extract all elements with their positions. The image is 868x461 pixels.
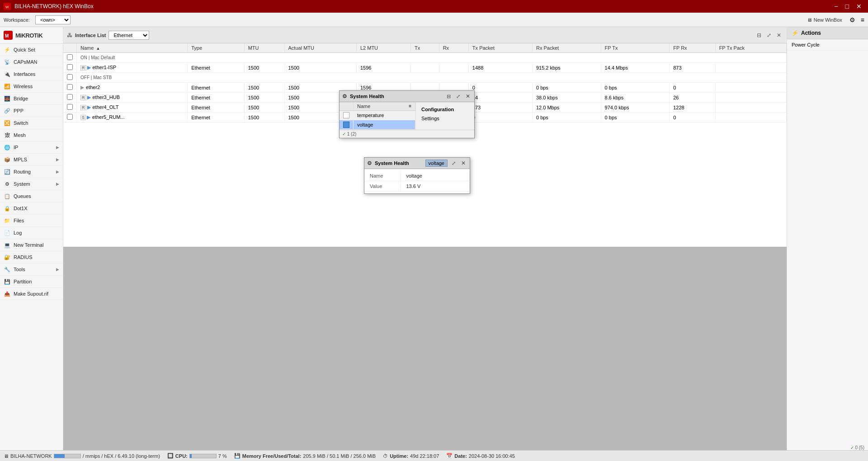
row-checkbox[interactable]: [63, 53, 77, 63]
sidebar-item-new-terminal[interactable]: 💻 New Terminal: [0, 239, 63, 251]
system-health-window: ⚙ System Health ⊟ ⤢ ✕ Name: [339, 90, 475, 138]
row-checkbox[interactable]: [63, 83, 77, 93]
new-winbox-button[interactable]: 🖥 New WinBox: [807, 17, 842, 23]
col-menu-button[interactable]: ≡: [409, 103, 411, 108]
sidebar-item-bridge[interactable]: 🌉 Bridge: [0, 93, 63, 105]
workspace-dropdown[interactable]: <own>: [35, 15, 71, 24]
sidebar-item-partition[interactable]: 💾 Partition: [0, 276, 63, 288]
system-health-close-button[interactable]: ✕: [464, 93, 472, 100]
iface-rx-packet: 38.0 kbps: [532, 93, 601, 103]
sidebar-item-radius[interactable]: 🔐 RADIUS: [0, 251, 63, 263]
restore-button[interactable]: □: [843, 2, 852, 11]
system-health-table: Name ≡ temperature: [340, 102, 415, 130]
iface-fp-tx: 0 bps: [601, 113, 670, 122]
sidebar-item-capsman[interactable]: 📡 CAPsMAN: [0, 56, 63, 68]
iface-name: R▶ether3_HUB: [77, 93, 188, 103]
sidebar-item-wireless[interactable]: 📶 Wireless: [0, 80, 63, 93]
sidebar-item-dot1x[interactable]: 🔒 Dot1X: [0, 202, 63, 215]
sidebar-item-routing[interactable]: 🔄 Routing ▶: [0, 166, 63, 178]
iface-tx-packet: 0: [468, 113, 532, 122]
system-health-title: System Health: [350, 94, 443, 99]
queues-icon: 📋: [4, 193, 11, 200]
title-bar: W BILHA-NETWORK) hEX WinBox − □ ✕: [0, 0, 868, 13]
table-row[interactable]: ON | Mac Default: [63, 53, 787, 63]
cpu-item: 🔲 CPU: 7 %: [167, 453, 227, 459]
voltage-checkbox[interactable]: [343, 122, 349, 128]
hostname-label: BILHA-NETWORK: [10, 453, 52, 459]
iface-mtu: 1500: [244, 103, 284, 113]
name-col: Name ≡: [354, 102, 415, 111]
sidebar-item-files[interactable]: 📁 Files: [0, 215, 63, 227]
settings-item[interactable]: Settings: [419, 114, 472, 123]
system-icon: ⚙: [4, 180, 11, 188]
routing-icon: 🔄: [4, 168, 11, 175]
sidebar-item-ppp[interactable]: 🔗 PPP: [0, 105, 63, 117]
mikrotik-logo-text: MiKROTiK: [15, 32, 42, 39]
voltage-expand-button[interactable]: ⤢: [450, 160, 457, 167]
voltage-gear-icon: ⚙: [367, 160, 372, 166]
sidebar-logo: M MiKROTiK: [0, 27, 63, 44]
iface-tx: [411, 63, 439, 73]
interface-type-dropdown[interactable]: Ethernet: [108, 31, 149, 40]
sidebar-item-quick-set[interactable]: ⚡ Quick Set: [0, 44, 63, 56]
sidebar-item-ip[interactable]: 🌐 IP ▶: [0, 141, 63, 154]
row-checkbox[interactable]: [63, 63, 77, 73]
sidebar-item-switch[interactable]: 🔀 Switch: [0, 117, 63, 129]
expand-button[interactable]: ⤢: [765, 31, 773, 39]
system-health-footer: ✓ 1 (2): [340, 130, 474, 138]
table-row[interactable]: R▶ether1-ISP Ethernet 1500 1500 1596 148…: [63, 63, 787, 73]
iface-mtu: 1500: [244, 83, 284, 93]
interface-list-icon: 🖧: [67, 32, 72, 38]
table-row[interactable]: OFF | Mac STB: [63, 73, 787, 83]
system-health-filter-button[interactable]: ⊟: [445, 93, 452, 100]
temp-checkbox[interactable]: [343, 112, 349, 118]
health-row-temperature[interactable]: temperature: [340, 111, 415, 120]
count-text: 0 (5): [855, 445, 864, 450]
col-mtu: MTU: [244, 43, 284, 53]
sidebar-label-make-supout: Make Supout.rif: [14, 291, 48, 296]
system-chevron-icon: ▶: [56, 182, 59, 186]
sidebar-item-queues[interactable]: 📋 Queues: [0, 190, 63, 202]
sidebar-item-mesh[interactable]: 🕸 Mesh: [0, 129, 63, 141]
configuration-item[interactable]: Configuration: [419, 105, 472, 114]
settings-icon[interactable]: ⚙: [849, 16, 855, 24]
iface-mtu: 1500: [244, 93, 284, 103]
filter-button[interactable]: ⊟: [755, 31, 763, 39]
iface-actual-mtu: 1500: [284, 63, 356, 73]
voltage-detail-body: Name voltage Value 13.6 V: [364, 169, 470, 193]
app-icon: W: [4, 3, 11, 10]
sidebar-item-make-supout[interactable]: 📤 Make Supout.rif: [0, 288, 63, 300]
radius-icon: 🔐: [4, 254, 11, 261]
cpu-icon: 🔲: [167, 453, 174, 459]
health-row-voltage[interactable]: voltage: [340, 120, 415, 130]
log-icon: 📄: [4, 229, 11, 236]
row-checkbox[interactable]: [63, 113, 77, 122]
menu-icon[interactable]: ≡: [861, 16, 864, 24]
row-checkbox[interactable]: [63, 93, 77, 103]
sidebar-item-interfaces[interactable]: 🔌 Interfaces: [0, 68, 63, 80]
voltage-close-button[interactable]: ✕: [460, 160, 467, 167]
sidebar-item-mpls[interactable]: 📦 MPLS ▶: [0, 154, 63, 166]
workspace-label: Workspace:: [4, 17, 30, 23]
new-winbox-label: New WinBox: [814, 17, 842, 23]
memory-item: 💾 Memory Free/Used/Total: 205.9 MiB / 50…: [234, 453, 376, 459]
voltage-check-cell: [340, 120, 354, 130]
iface-fp-rx: 0: [670, 113, 715, 122]
interface-table-container: Name ▲ Type MTU Actual MTU L2 MTU Tx Rx …: [63, 43, 787, 247]
system-health-expand-button[interactable]: ⤢: [455, 93, 462, 100]
close-button[interactable]: ✕: [854, 2, 864, 11]
settings-label: Settings: [421, 116, 439, 121]
svg-text:M: M: [5, 33, 9, 38]
sidebar-item-tools[interactable]: 🔧 Tools ▶: [0, 263, 63, 276]
minimize-button[interactable]: −: [831, 2, 840, 11]
date-icon: 📅: [446, 453, 453, 459]
cpu-bar-fill: [190, 454, 192, 458]
sidebar-item-system[interactable]: ⚙ System ▶: [0, 178, 63, 190]
power-cycle-item[interactable]: Power Cycle: [787, 39, 868, 51]
panel-close-button[interactable]: ✕: [775, 31, 783, 39]
actions-header: ⚡ Actions: [787, 27, 868, 39]
tools-icon: 🔧: [4, 266, 11, 273]
sidebar-item-log[interactable]: 📄 Log: [0, 227, 63, 239]
row-checkbox[interactable]: [63, 103, 77, 113]
row-checkbox[interactable]: [63, 73, 77, 83]
